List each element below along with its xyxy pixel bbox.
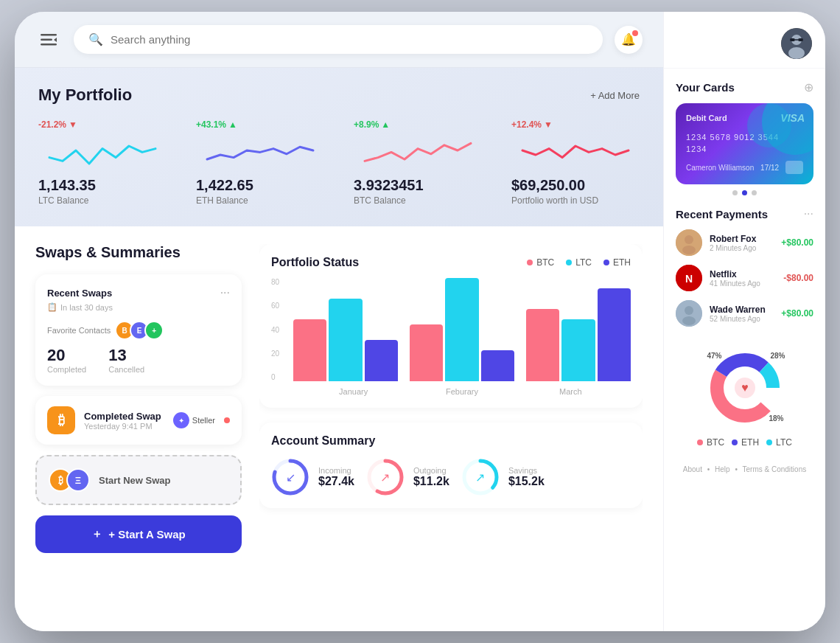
incoming-card: ↙ Incoming $27.4k	[271, 458, 354, 496]
notification-dot	[632, 30, 638, 36]
portfolio-card-usd: +12.4% ▼ $69,250.00 Portfolio worth in U…	[511, 119, 640, 206]
svg-point-22	[685, 306, 693, 315]
usd-chart	[511, 133, 640, 168]
help-link[interactable]: Help	[715, 465, 730, 473]
chart-legend: BTC LTC ETH	[527, 257, 631, 268]
contacts-row: Favorite Contacts B E +	[47, 321, 230, 340]
recent-swaps-card: Recent Swaps ··· 📋 In last 30 days Favor…	[35, 274, 242, 386]
eth-legend-dot	[603, 260, 609, 265]
svg-rect-1	[41, 38, 52, 41]
completed-stat: 20 Completed	[47, 346, 86, 374]
donut-legend: BTC ETH LTC	[697, 437, 792, 448]
btc-icon: ₿	[47, 406, 75, 434]
netflix-info: Netflix 41 Minutes Ago	[710, 269, 776, 288]
search-bar[interactable]: 🔍	[74, 25, 603, 54]
swap-status-dot	[224, 417, 230, 423]
account-summary-title: Account Summary	[271, 434, 631, 448]
portfolio-cards: -21.2% ▼ 1,143.35 LTC Balance +43.1% ▲	[38, 119, 640, 206]
portfolio-card-eth: +43.1% ▲ 1,422.65 ETH Balance	[196, 119, 324, 206]
stellar-icon: ✦	[173, 412, 189, 428]
ltc-chart	[38, 133, 167, 168]
svg-point-18	[682, 246, 696, 254]
usd-label: Portfolio worth in USD	[511, 195, 640, 206]
donut-eth-legend: ETH	[732, 437, 759, 448]
svg-text:♥: ♥	[741, 381, 749, 394]
add-more-button[interactable]: + Add More	[590, 90, 640, 101]
cancelled-stat: 13 Cancelled	[108, 346, 144, 374]
btc-legend-dot	[527, 260, 533, 265]
account-summary: Account Summary ↙	[259, 423, 643, 508]
netflix-avatar: N	[676, 265, 702, 291]
feb-btc-bar	[410, 324, 443, 381]
payments-section-header: Recent Payments ···	[676, 207, 813, 220]
payment-netflix: N Netflix 41 Minutes Ago -$80.00	[676, 265, 813, 291]
january-bars	[293, 299, 398, 381]
btc-amount: 3.9323451	[354, 177, 482, 194]
last-days-label: 📋 In last 30 days	[47, 302, 230, 312]
swaps-section-title: Swaps & Summaries	[35, 244, 242, 261]
feb-eth-bar	[481, 350, 514, 381]
swaps-menu-button[interactable]: ···	[220, 286, 230, 299]
chart-area: Portfolio Status BTC LTC	[259, 244, 643, 614]
robert-avatar	[676, 229, 702, 256]
bottom-area: Swaps & Summaries Recent Swaps ··· 📋 In …	[15, 226, 663, 631]
bar-chart-wrapper: 80 60 40 20 0	[271, 278, 631, 396]
outgoing-icon: ↗	[380, 470, 390, 484]
btc-chart	[354, 133, 482, 168]
your-cards-title: Your Cards	[676, 81, 735, 94]
avatar-3: +	[144, 321, 164, 340]
plus-icon: ＋	[91, 527, 102, 541]
start-new-swap-button[interactable]: ₿ Ξ Start New Swap	[35, 455, 242, 505]
search-input[interactable]	[111, 33, 588, 46]
legend-ltc: LTC	[566, 257, 592, 268]
recent-payments-title: Recent Payments	[676, 208, 768, 220]
robert-amount: +$80.00	[781, 237, 813, 248]
portfolio-title: My Portfolio	[38, 86, 132, 105]
notification-button[interactable]: 🔔	[615, 26, 643, 54]
savings-card: ↗ Savings $15.2k	[461, 458, 545, 496]
card-dots	[676, 190, 813, 195]
svg-rect-0	[41, 34, 57, 36]
eth-change: +43.1% ▲	[196, 119, 324, 130]
mar-eth-bar	[598, 288, 631, 381]
wade-amount: +$80.00	[781, 308, 813, 319]
jan-ltc-bar	[329, 299, 362, 381]
outgoing-circle: ↗	[366, 458, 405, 496]
start-swap-button[interactable]: ＋ + Start A Swap	[35, 515, 242, 553]
stellar-badge: ✦ Steller	[173, 412, 215, 428]
search-icon: 🔍	[88, 32, 103, 46]
card-dot-3[interactable]	[752, 190, 757, 195]
cards-section-header: Your Cards ⊕	[676, 80, 813, 94]
recent-swaps-title: Recent Swaps	[47, 288, 112, 299]
avatar-stack: B E +	[115, 321, 164, 340]
svg-marker-3	[54, 38, 57, 42]
donut-chart: ♥ 47% 28% 18%	[704, 347, 785, 428]
card-number: 1234 5678 9012 3544	[686, 133, 803, 142]
ltc-legend-dot	[566, 260, 572, 265]
march-bars	[526, 288, 631, 381]
card-dot-1[interactable]	[732, 190, 738, 195]
incoming-info: Incoming $27.4k	[318, 466, 354, 488]
mar-ltc-bar	[561, 319, 595, 381]
incoming-icon: ↙	[286, 470, 295, 484]
donut-ltc-dot	[766, 439, 772, 445]
right-panel-content: Your Cards ⊕ Debit Card VISA 1234 5678 9…	[664, 69, 825, 631]
ltc-amount: 1,143.35	[38, 177, 167, 194]
netflix-amount: -$80.00	[783, 273, 813, 283]
eth-label: ETH Balance	[196, 195, 324, 206]
svg-point-12	[788, 47, 805, 59]
user-avatar[interactable]	[781, 28, 812, 59]
recent-payments-section: Recent Payments ··· Robert Fox 2 Minutes…	[676, 207, 813, 336]
cards-settings-icon[interactable]: ⊕	[804, 80, 813, 94]
menu-button[interactable]	[35, 27, 62, 53]
about-link[interactable]: About	[683, 465, 702, 473]
donut-btc-dot	[697, 439, 703, 445]
btc-change: +8.9% ▲	[354, 119, 482, 130]
usd-amount: $69,250.00	[511, 177, 640, 194]
outgoing-card: ↗ Outgoing $11.2k	[366, 458, 449, 496]
payments-menu-icon[interactable]: ···	[804, 207, 813, 220]
terms-link[interactable]: Terms & Conditions	[743, 465, 807, 473]
swap-icons-pair: ₿ Ξ	[49, 468, 90, 492]
main-area: 🔍 🔔 My Portfolio + Add More -21.2% ▼	[15, 12, 663, 631]
card-dot-2[interactable]	[742, 190, 747, 195]
